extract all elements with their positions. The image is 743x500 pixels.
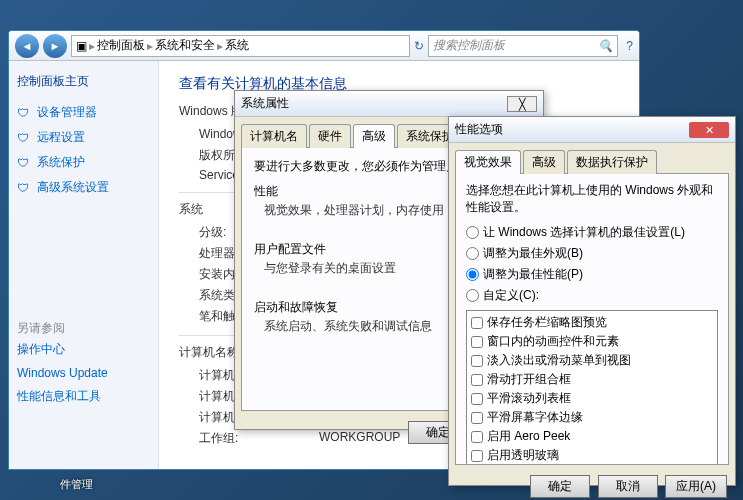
effect-checkbox[interactable] bbox=[471, 355, 483, 367]
titlebar: ◄ ► ▣ ▸ 控制面板 ▸ 系统和安全 ▸ 系统 ↻ 搜索控制面板 🔍 ? bbox=[9, 31, 639, 61]
effect-checkbox[interactable] bbox=[471, 374, 483, 386]
effect-checkbox-row[interactable]: 启用 Aero Peek bbox=[469, 427, 715, 446]
radio-best-appearance[interactable]: 调整为最佳外观(B) bbox=[466, 243, 718, 264]
effect-checkbox-row[interactable]: 启用透明玻璃 bbox=[469, 446, 715, 465]
effect-checkbox[interactable] bbox=[471, 412, 483, 424]
tab-advanced[interactable]: 高级 bbox=[523, 150, 565, 174]
radio-let-windows[interactable]: 让 Windows 选择计算机的最佳设置(L) bbox=[466, 222, 718, 243]
sidebar-title[interactable]: 控制面板主页 bbox=[17, 73, 150, 90]
effect-checkbox[interactable] bbox=[471, 450, 483, 462]
see-also-windows-update[interactable]: Windows Update bbox=[17, 362, 150, 384]
close-icon[interactable]: ✕ bbox=[689, 122, 729, 138]
refresh-icon[interactable]: ↻ bbox=[414, 39, 424, 53]
effect-checkbox[interactable] bbox=[471, 336, 483, 348]
effect-checkbox-row[interactable]: 平滑屏幕字体边缘 bbox=[469, 408, 715, 427]
radio-best-performance[interactable]: 调整为最佳性能(P) bbox=[466, 264, 718, 285]
tab-visual-effects[interactable]: 视觉效果 bbox=[455, 150, 521, 174]
effect-label: 窗口内的动画控件和元素 bbox=[487, 333, 619, 350]
shield-icon: 🛡 bbox=[17, 156, 31, 170]
see-also-label: 另请参阅 bbox=[17, 320, 150, 337]
search-icon: 🔍 bbox=[598, 39, 613, 53]
see-also-action-center[interactable]: 操作中心 bbox=[17, 337, 150, 362]
see-also-perf-info[interactable]: 性能信息和工具 bbox=[17, 384, 150, 409]
effect-label: 滑动打开组合框 bbox=[487, 371, 571, 388]
dialog-title: 性能选项 bbox=[455, 121, 503, 138]
effect-checkbox[interactable] bbox=[471, 317, 483, 329]
close-icon[interactable]: ╳ bbox=[507, 96, 537, 112]
performance-options-dialog: 性能选项 ✕ 视觉效果 高级 数据执行保护 选择您想在此计算机上使用的 Wind… bbox=[448, 116, 736, 486]
effect-checkbox-row[interactable]: 窗口内的动画控件和元素 bbox=[469, 332, 715, 351]
sidebar-item-advanced[interactable]: 🛡高级系统设置 bbox=[17, 175, 150, 200]
cancel-button[interactable]: 取消 bbox=[598, 475, 658, 498]
effect-checkbox-row[interactable]: 保存任务栏缩略图预览 bbox=[469, 313, 715, 332]
ok-button[interactable]: 确定 bbox=[530, 475, 590, 498]
help-icon[interactable]: ? bbox=[626, 39, 633, 53]
effect-checkbox[interactable] bbox=[471, 393, 483, 405]
breadcrumb-icon: ▣ bbox=[76, 39, 87, 53]
apply-button[interactable]: 应用(A) bbox=[665, 475, 727, 498]
dialog-titlebar[interactable]: 系统属性 ╳ bbox=[235, 91, 543, 117]
tab-hardware[interactable]: 硬件 bbox=[309, 124, 351, 148]
breadcrumb-item[interactable]: 系统和安全 bbox=[155, 37, 215, 54]
tabs: 视觉效果 高级 数据执行保护 bbox=[449, 143, 735, 173]
tab-advanced[interactable]: 高级 bbox=[353, 124, 395, 148]
effect-checkbox-row[interactable]: 平滑滚动列表框 bbox=[469, 389, 715, 408]
breadcrumb[interactable]: ▣ ▸ 控制面板 ▸ 系统和安全 ▸ 系统 bbox=[71, 35, 410, 57]
effect-label: 启用 Aero Peek bbox=[487, 428, 570, 445]
sidebar-item-device-manager[interactable]: 🛡设备管理器 bbox=[17, 100, 150, 125]
effect-label: 启用透明玻璃 bbox=[487, 447, 559, 464]
shield-icon: 🛡 bbox=[17, 181, 31, 195]
sidebar-item-protection[interactable]: 🛡系统保护 bbox=[17, 150, 150, 175]
taskbar-item[interactable]: 件管理 bbox=[60, 477, 93, 492]
tab-computer-name[interactable]: 计算机名 bbox=[241, 124, 307, 148]
radio-custom[interactable]: 自定义(C): bbox=[466, 285, 718, 306]
tab-content: 选择您想在此计算机上使用的 Windows 外观和性能设置。 让 Windows… bbox=[455, 173, 729, 465]
nav-back-icon[interactable]: ◄ bbox=[15, 34, 39, 58]
perf-desc: 选择您想在此计算机上使用的 Windows 外观和性能设置。 bbox=[466, 182, 718, 216]
shield-icon: 🛡 bbox=[17, 106, 31, 120]
effect-label: 平滑滚动列表框 bbox=[487, 390, 571, 407]
dialog-titlebar[interactable]: 性能选项 ✕ bbox=[449, 117, 735, 143]
effects-checklist[interactable]: 保存任务栏缩略图预览窗口内的动画控件和元素淡入淡出或滑动菜单到视图滑动打开组合框… bbox=[466, 310, 718, 465]
nav-forward-icon[interactable]: ► bbox=[43, 34, 67, 58]
shield-icon: 🛡 bbox=[17, 131, 31, 145]
breadcrumb-item[interactable]: 控制面板 bbox=[97, 37, 145, 54]
effect-checkbox[interactable] bbox=[471, 431, 483, 443]
sidebar-item-remote[interactable]: 🛡远程设置 bbox=[17, 125, 150, 150]
breadcrumb-item[interactable]: 系统 bbox=[225, 37, 249, 54]
effect-label: 淡入淡出或滑动菜单到视图 bbox=[487, 352, 631, 369]
effect-checkbox-row[interactable]: 滑动打开组合框 bbox=[469, 370, 715, 389]
tab-dep[interactable]: 数据执行保护 bbox=[567, 150, 657, 174]
search-input[interactable]: 搜索控制面板 🔍 bbox=[428, 35, 618, 57]
effect-checkbox-row[interactable]: 淡入淡出或滑动菜单到视图 bbox=[469, 351, 715, 370]
sidebar: 控制面板主页 🛡设备管理器 🛡远程设置 🛡系统保护 🛡高级系统设置 另请参阅 操… bbox=[9, 61, 159, 469]
effect-label: 保存任务栏缩略图预览 bbox=[487, 314, 607, 331]
dialog-title: 系统属性 bbox=[241, 95, 289, 112]
effect-label: 平滑屏幕字体边缘 bbox=[487, 409, 583, 426]
